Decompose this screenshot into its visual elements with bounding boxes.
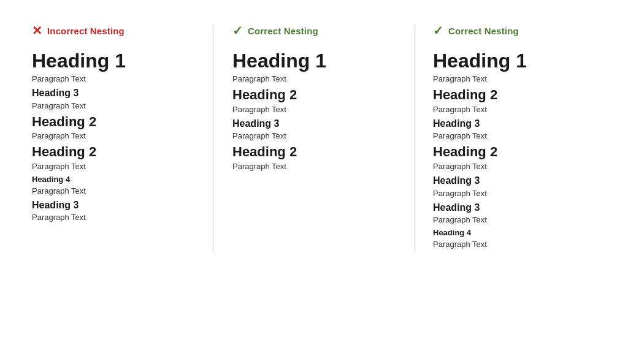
h3-text: Heading 3 xyxy=(232,118,396,131)
h4-text: Heading 4 xyxy=(433,228,596,238)
h2-text: Heading 2 xyxy=(32,114,195,130)
para-text: Paragraph Text xyxy=(433,131,596,140)
content-row: Paragraph Text xyxy=(32,101,195,110)
para-text: Paragraph Text xyxy=(433,162,596,171)
h3-text: Heading 3 xyxy=(32,87,195,100)
h2-text: Heading 2 xyxy=(433,87,596,103)
content-row: Heading 3 xyxy=(433,175,596,188)
para-text: Paragraph Text xyxy=(32,213,195,222)
h1-text: Heading 1 xyxy=(433,50,596,72)
content-row: Paragraph Text xyxy=(32,213,195,222)
content-row: Paragraph Text xyxy=(433,162,596,171)
para-text: Paragraph Text xyxy=(232,131,396,140)
para-text: Paragraph Text xyxy=(232,74,396,83)
para-text: Paragraph Text xyxy=(433,105,596,114)
para-text: Paragraph Text xyxy=(32,186,195,195)
column-correct1: ✓Correct NestingHeading 1Paragraph TextH… xyxy=(214,25,414,252)
content-row: Paragraph Text xyxy=(433,240,596,249)
content-row: Paragraph Text xyxy=(232,131,396,140)
x-icon: ✕ xyxy=(32,25,42,37)
content-row: Paragraph Text xyxy=(433,74,596,83)
column-label: Incorrect Nesting xyxy=(47,26,124,36)
para-text: Paragraph Text xyxy=(232,162,396,171)
content-row: Heading 4 xyxy=(433,228,596,238)
para-text: Paragraph Text xyxy=(32,131,195,140)
checkmark-icon: ✓ xyxy=(433,25,443,37)
content-row: Paragraph Text xyxy=(433,215,596,224)
content-row: Heading 2 xyxy=(433,87,596,103)
column-header: ✕Incorrect Nesting xyxy=(32,25,195,37)
main-container: ✕Incorrect NestingHeading 1Paragraph Tex… xyxy=(13,25,615,252)
h3-text: Heading 3 xyxy=(433,202,596,214)
h3-text: Heading 3 xyxy=(433,118,596,131)
h2-text: Heading 2 xyxy=(232,144,396,160)
h1-text: Heading 1 xyxy=(32,50,195,72)
content-row: Paragraph Text xyxy=(232,162,396,171)
h4-text: Heading 4 xyxy=(32,175,195,185)
para-text: Paragraph Text xyxy=(433,189,596,198)
content-row: Heading 3 xyxy=(32,87,195,100)
para-text: Paragraph Text xyxy=(32,74,195,83)
h2-text: Heading 2 xyxy=(433,144,596,160)
column-header: ✓Correct Nesting xyxy=(433,25,596,37)
content-row: Heading 3 xyxy=(32,199,195,212)
column-header: ✓Correct Nesting xyxy=(232,25,396,37)
content-row: Heading 2 xyxy=(232,144,396,160)
para-text: Paragraph Text xyxy=(433,74,596,83)
content-row: Heading 3 xyxy=(433,202,596,214)
h2-text: Heading 2 xyxy=(232,87,396,103)
para-text: Paragraph Text xyxy=(32,101,195,110)
column-correct2: ✓Correct NestingHeading 1Paragraph TextH… xyxy=(415,25,615,252)
content-row: Heading 1 xyxy=(32,50,195,72)
content-row: Paragraph Text xyxy=(32,186,195,195)
content-row: Paragraph Text xyxy=(32,74,195,83)
content-row: Paragraph Text xyxy=(32,131,195,140)
column-label: Correct Nesting xyxy=(248,26,318,36)
content-row: Heading 3 xyxy=(433,118,596,131)
content-row: Heading 1 xyxy=(232,50,396,72)
para-text: Paragraph Text xyxy=(433,240,596,249)
para-text: Paragraph Text xyxy=(433,215,596,224)
content-row: Heading 4 xyxy=(32,175,195,185)
content-row: Heading 2 xyxy=(32,144,195,160)
content-row: Heading 2 xyxy=(433,144,596,160)
content-row: Paragraph Text xyxy=(232,74,396,83)
content-row: Paragraph Text xyxy=(32,162,195,171)
para-text: Paragraph Text xyxy=(32,162,195,171)
content-row: Paragraph Text xyxy=(433,189,596,198)
column-incorrect: ✕Incorrect NestingHeading 1Paragraph Tex… xyxy=(13,25,213,252)
checkmark-icon: ✓ xyxy=(232,25,243,37)
content-row: Heading 3 xyxy=(232,118,396,131)
content-row: Heading 1 xyxy=(433,50,596,72)
content-row: Paragraph Text xyxy=(433,131,596,140)
column-label: Correct Nesting xyxy=(448,26,519,36)
content-row: Paragraph Text xyxy=(232,105,396,114)
content-row: Heading 2 xyxy=(32,114,195,130)
h3-text: Heading 3 xyxy=(32,199,195,212)
para-text: Paragraph Text xyxy=(232,105,396,114)
h2-text: Heading 2 xyxy=(32,144,195,160)
h1-text: Heading 1 xyxy=(232,50,396,72)
content-row: Paragraph Text xyxy=(433,105,596,114)
h3-text: Heading 3 xyxy=(433,175,596,188)
content-row: Heading 2 xyxy=(232,87,396,103)
